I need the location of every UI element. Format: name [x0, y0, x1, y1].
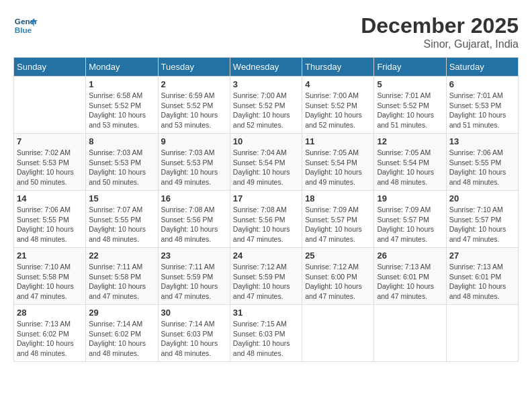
day-info: Sunrise: 7:03 AMSunset: 5:53 PMDaylight:…	[89, 148, 154, 187]
calendar-cell: 16Sunrise: 7:08 AMSunset: 5:56 PMDayligh…	[158, 191, 230, 248]
calendar-cell: 1Sunrise: 6:58 AMSunset: 5:52 PMDaylight…	[86, 77, 158, 134]
day-info: Sunrise: 7:12 AMSunset: 5:59 PMDaylight:…	[233, 262, 299, 302]
calendar-cell: 20Sunrise: 7:10 AMSunset: 5:57 PMDayligh…	[446, 191, 518, 248]
day-info: Sunrise: 7:08 AMSunset: 5:56 PMDaylight:…	[161, 205, 227, 244]
day-number: 3	[233, 79, 299, 89]
week-row-4: 21Sunrise: 7:10 AMSunset: 5:58 PMDayligh…	[14, 248, 519, 305]
day-info: Sunrise: 7:10 AMSunset: 5:57 PMDaylight:…	[449, 205, 515, 244]
day-info: Sunrise: 7:00 AMSunset: 5:52 PMDaylight:…	[233, 91, 299, 130]
calendar-cell: 22Sunrise: 7:11 AMSunset: 5:58 PMDayligh…	[86, 248, 158, 305]
calendar-cell	[302, 305, 374, 362]
calendar-cell: 9Sunrise: 7:03 AMSunset: 5:53 PMDaylight…	[158, 134, 230, 191]
day-info: Sunrise: 7:12 AMSunset: 6:00 PMDaylight:…	[305, 262, 371, 302]
calendar-cell: 24Sunrise: 7:12 AMSunset: 5:59 PMDayligh…	[230, 248, 302, 305]
day-number: 26	[377, 250, 443, 261]
day-number: 11	[305, 136, 371, 146]
day-number: 10	[233, 136, 299, 146]
day-number: 17	[233, 193, 299, 203]
day-number: 15	[89, 193, 154, 203]
calendar-cell: 7Sunrise: 7:02 AMSunset: 5:53 PMDaylight…	[14, 134, 86, 191]
calendar-cell	[446, 305, 518, 362]
day-number: 13	[449, 136, 515, 146]
day-info: Sunrise: 7:14 AMSunset: 6:02 PMDaylight:…	[89, 319, 154, 359]
calendar-cell: 11Sunrise: 7:05 AMSunset: 5:54 PMDayligh…	[302, 134, 374, 191]
calendar-cell: 23Sunrise: 7:11 AMSunset: 5:59 PMDayligh…	[158, 248, 230, 305]
weekday-header-friday: Friday	[374, 58, 446, 77]
day-number: 7	[17, 136, 83, 146]
day-number: 23	[161, 250, 227, 261]
day-info: Sunrise: 7:06 AMSunset: 5:55 PMDaylight:…	[17, 205, 83, 244]
day-number: 9	[161, 136, 227, 146]
day-info: Sunrise: 7:09 AMSunset: 5:57 PMDaylight:…	[377, 205, 443, 244]
day-info: Sunrise: 7:05 AMSunset: 5:54 PMDaylight:…	[305, 148, 371, 187]
day-number: 29	[89, 308, 154, 318]
calendar-cell: 30Sunrise: 7:14 AMSunset: 6:03 PMDayligh…	[158, 305, 230, 362]
day-info: Sunrise: 7:02 AMSunset: 5:53 PMDaylight:…	[17, 148, 83, 187]
calendar-cell: 26Sunrise: 7:13 AMSunset: 6:01 PMDayligh…	[374, 248, 446, 305]
calendar-cell: 2Sunrise: 6:59 AMSunset: 5:52 PMDaylight…	[158, 77, 230, 134]
week-row-5: 28Sunrise: 7:13 AMSunset: 6:02 PMDayligh…	[14, 305, 519, 362]
calendar-cell: 10Sunrise: 7:04 AMSunset: 5:54 PMDayligh…	[230, 134, 302, 191]
day-info: Sunrise: 7:13 AMSunset: 6:01 PMDaylight:…	[449, 262, 515, 302]
week-row-1: 1Sunrise: 6:58 AMSunset: 5:52 PMDaylight…	[14, 77, 519, 134]
calendar-cell: 4Sunrise: 7:00 AMSunset: 5:52 PMDaylight…	[302, 77, 374, 134]
weekday-header-tuesday: Tuesday	[158, 58, 230, 77]
calendar-cell: 31Sunrise: 7:15 AMSunset: 6:03 PMDayligh…	[230, 305, 302, 362]
calendar-cell: 17Sunrise: 7:08 AMSunset: 5:56 PMDayligh…	[230, 191, 302, 248]
calendar-cell	[14, 77, 86, 134]
calendar-cell: 28Sunrise: 7:13 AMSunset: 6:02 PMDayligh…	[14, 305, 86, 362]
calendar-cell: 13Sunrise: 7:06 AMSunset: 5:55 PMDayligh…	[446, 134, 518, 191]
day-info: Sunrise: 7:08 AMSunset: 5:56 PMDaylight:…	[233, 205, 299, 244]
day-info: Sunrise: 7:15 AMSunset: 6:03 PMDaylight:…	[233, 319, 299, 359]
day-info: Sunrise: 7:01 AMSunset: 5:53 PMDaylight:…	[449, 91, 515, 130]
logo: General Blue	[13, 13, 38, 38]
day-number: 20	[449, 193, 515, 203]
title-section: December 2025 Sinor, Gujarat, India	[361, 13, 519, 50]
weekday-header-thursday: Thursday	[302, 58, 374, 77]
weekday-header-monday: Monday	[86, 58, 158, 77]
weekday-header-wednesday: Wednesday	[230, 58, 302, 77]
day-number: 28	[17, 308, 83, 318]
calendar-cell: 5Sunrise: 7:01 AMSunset: 5:52 PMDaylight…	[374, 77, 446, 134]
calendar-cell: 12Sunrise: 7:05 AMSunset: 5:54 PMDayligh…	[374, 134, 446, 191]
day-info: Sunrise: 7:03 AMSunset: 5:53 PMDaylight:…	[161, 148, 227, 187]
day-info: Sunrise: 7:13 AMSunset: 6:01 PMDaylight:…	[377, 262, 443, 302]
calendar-cell: 21Sunrise: 7:10 AMSunset: 5:58 PMDayligh…	[14, 248, 86, 305]
day-info: Sunrise: 6:58 AMSunset: 5:52 PMDaylight:…	[89, 91, 154, 130]
calendar-cell: 19Sunrise: 7:09 AMSunset: 5:57 PMDayligh…	[374, 191, 446, 248]
svg-text:Blue: Blue	[15, 26, 32, 34]
day-info: Sunrise: 7:14 AMSunset: 6:03 PMDaylight:…	[161, 319, 227, 359]
day-number: 21	[17, 250, 83, 261]
day-number: 4	[305, 79, 371, 89]
day-number: 31	[233, 308, 299, 318]
day-number: 22	[89, 250, 154, 261]
day-number: 16	[161, 193, 227, 203]
calendar-cell: 3Sunrise: 7:00 AMSunset: 5:52 PMDaylight…	[230, 77, 302, 134]
day-info: Sunrise: 7:11 AMSunset: 5:58 PMDaylight:…	[89, 262, 154, 302]
calendar-table: SundayMondayTuesdayWednesdayThursdayFrid…	[13, 57, 519, 362]
day-number: 27	[449, 250, 515, 261]
day-number: 12	[377, 136, 443, 146]
calendar-cell	[374, 305, 446, 362]
week-row-2: 7Sunrise: 7:02 AMSunset: 5:53 PMDaylight…	[14, 134, 519, 191]
day-info: Sunrise: 7:05 AMSunset: 5:54 PMDaylight:…	[377, 148, 443, 187]
day-number: 14	[17, 193, 83, 203]
weekday-header-sunday: Sunday	[14, 58, 86, 77]
calendar-cell: 14Sunrise: 7:06 AMSunset: 5:55 PMDayligh…	[14, 191, 86, 248]
day-info: Sunrise: 7:04 AMSunset: 5:54 PMDaylight:…	[233, 148, 299, 187]
day-info: Sunrise: 6:59 AMSunset: 5:52 PMDaylight:…	[161, 91, 227, 130]
day-info: Sunrise: 7:06 AMSunset: 5:55 PMDaylight:…	[449, 148, 515, 187]
weekday-header-saturday: Saturday	[446, 58, 518, 77]
day-info: Sunrise: 7:10 AMSunset: 5:58 PMDaylight:…	[17, 262, 83, 302]
calendar-cell: 18Sunrise: 7:09 AMSunset: 5:57 PMDayligh…	[302, 191, 374, 248]
calendar-cell: 6Sunrise: 7:01 AMSunset: 5:53 PMDaylight…	[446, 77, 518, 134]
weekday-header-row: SundayMondayTuesdayWednesdayThursdayFrid…	[14, 58, 519, 77]
day-number: 18	[305, 193, 371, 203]
day-info: Sunrise: 7:09 AMSunset: 5:57 PMDaylight:…	[305, 205, 371, 244]
day-number: 1	[89, 79, 154, 89]
day-number: 24	[233, 250, 299, 261]
calendar-cell: 8Sunrise: 7:03 AMSunset: 5:53 PMDaylight…	[86, 134, 158, 191]
location-title: Sinor, Gujarat, India	[361, 38, 519, 50]
calendar-cell: 15Sunrise: 7:07 AMSunset: 5:55 PMDayligh…	[86, 191, 158, 248]
page-header: General Blue December 2025 Sinor, Gujara…	[13, 13, 519, 50]
